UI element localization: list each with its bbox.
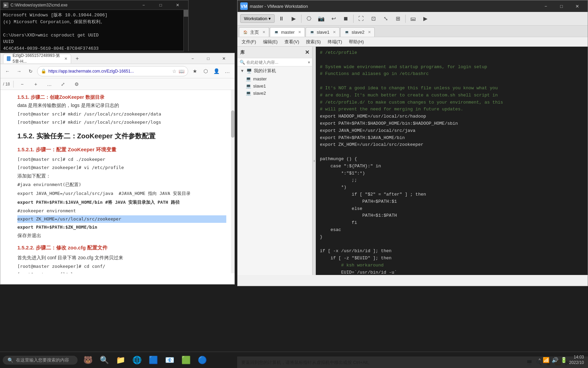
browser-url-bar[interactable]: 🔒 https://app.teachermate.com.cn/EzIgD-1… xyxy=(37,66,188,76)
vmware-menu-terminal[interactable]: 终端(T) xyxy=(324,37,346,47)
browser-code-6: export JAVA_HOME=/usr/local/src/java xyxy=(17,190,113,197)
browser-scrollbar[interactable] xyxy=(231,90,234,273)
vmware-tab-master-close[interactable]: ✕ xyxy=(298,30,301,34)
vmware-search-input[interactable] xyxy=(246,60,307,65)
vmware-search-dropdown-icon[interactable]: ▾ xyxy=(308,60,310,65)
vmware-tab-home[interactable]: 🏠 主页 ✕ xyxy=(239,27,269,37)
vmware-menu-view[interactable]: 查看(V) xyxy=(281,37,303,47)
vmware-body: 库 ✕ 🔍 ▾ ▼ 🖥️ 我的计算机 💻 master 💻 slave1 xyxy=(238,47,588,275)
vmware-unity-button[interactable]: ⊡ xyxy=(368,14,379,24)
cmd-line-5: UUID xyxy=(3,39,185,45)
browser-code-2: [root@master src]# mkdir /usr/local/src/… xyxy=(17,119,226,126)
browser-code-13: [root@master conf]# ls xyxy=(17,271,226,273)
browser-more-button[interactable]: … xyxy=(222,66,232,76)
taskbar-search-placeholder: 在这里输入您要搜索的内容 xyxy=(16,357,69,363)
browser-para-1: data 是用来传输数据的，logs 是用来记录日志的 xyxy=(17,102,226,110)
browser-section-heading-1: 1.5.1. 步骤二：创建ZooKeeper 数据目录 xyxy=(17,93,226,102)
taskbar-clock[interactable]: 14:03 2022/10 xyxy=(569,355,584,365)
vmware-tab-slave1[interactable]: 💻 slave1 ✕ xyxy=(306,27,340,37)
vmware-fit-guest-button[interactable]: ⤡ xyxy=(380,14,391,24)
vmware-menu-help[interactable]: 帮助(H) xyxy=(345,37,367,47)
browser-code-8: export PATH=$PATH:$JAVA_HOME/bin #将 JAVA… xyxy=(17,199,226,206)
vmware-panel-collapse-button[interactable]: ‹ xyxy=(312,47,316,275)
vmware-tab-slave2[interactable]: 💻 slave2 ✕ xyxy=(340,27,375,37)
browser-close-button[interactable]: ✕ xyxy=(216,53,232,64)
browser-minimize-button[interactable]: − xyxy=(185,53,200,64)
vmware-toolbar-sep-1 xyxy=(301,15,301,23)
vmware-tree-slave2[interactable]: 💻 slave2 xyxy=(238,90,312,97)
browser-forward-button[interactable]: → xyxy=(14,66,24,76)
vmware-prefs-button[interactable]: ▶ xyxy=(420,14,431,24)
taskbar-app-bear[interactable]: 🐻 xyxy=(80,353,95,368)
cmd-minimize-button[interactable]: − xyxy=(136,0,151,10)
cmd-maximize-button[interactable]: □ xyxy=(153,0,168,10)
taskbar-volume-icon: 🔊 xyxy=(552,357,558,363)
vmware-slave2-icon: 💻 xyxy=(344,30,349,35)
browser-tab-active[interactable]: EzIgD-1665157248993-第5章-H... ✕ xyxy=(3,54,71,63)
editor-line-3: # Functions and aliases go in /etc/bashr… xyxy=(320,71,584,78)
vmware-fullscreen-button[interactable]: ⛶ xyxy=(356,14,366,24)
browser-zoom-menu-button[interactable]: … xyxy=(44,79,54,89)
browser-tab-close-button[interactable]: ✕ xyxy=(64,57,67,61)
vmware-tab-home-close[interactable]: ✕ xyxy=(262,30,265,34)
editor-line-21: PATH=$1:$PATH xyxy=(320,212,584,219)
vmware-pause-button[interactable]: ⏸ xyxy=(276,14,287,24)
vmware-maximize-button[interactable]: □ xyxy=(554,0,569,12)
cmd-window-controls: − □ ✕ xyxy=(136,0,185,10)
vmware-menu-file[interactable]: 文件(F) xyxy=(238,37,260,47)
browser-zoom-in-button[interactable]: + xyxy=(31,79,41,89)
vmware-revert-button[interactable]: ↩ xyxy=(328,14,339,24)
taskbar-search-box[interactable]: 🔍 在这里输入您要搜索的内容 xyxy=(3,356,78,365)
vmware-dropdown-arrow: ▾ xyxy=(268,16,271,21)
vmware-workstation-dropdown[interactable]: Workstation ▾ xyxy=(240,14,275,23)
vmware-snapshot-button[interactable]: 📷 xyxy=(316,14,327,24)
vmware-menu-search[interactable]: 搜索(S) xyxy=(303,37,324,47)
taskbar-app-mail[interactable]: 📧 xyxy=(162,353,177,368)
browser-collections-button[interactable]: ⬡ xyxy=(200,66,211,76)
vmware-menu-edit[interactable]: 编辑(E) xyxy=(260,37,281,47)
browser-window-controls: − □ ✕ xyxy=(185,53,232,64)
vmware-tab-slave1-close[interactable]: ✕ xyxy=(333,30,336,34)
taskbar-app-vmware[interactable]: 🟩 xyxy=(178,353,193,368)
browser-tab-label: EzIgD-1665157248993-第5章-H... xyxy=(13,53,61,64)
vmware-fit-window-button[interactable]: ⊞ xyxy=(392,14,403,24)
taskbar-app-store[interactable]: 🟦 xyxy=(146,353,161,368)
browser-fit-button[interactable]: ⤢ xyxy=(58,79,68,89)
vmware-editor[interactable]: # /etc/profile # System wide environment… xyxy=(316,47,588,275)
vmware-library-close-button[interactable]: ✕ xyxy=(305,49,309,56)
browser-refresh-button[interactable]: ↻ xyxy=(26,66,36,76)
vmware-tab-master[interactable]: 💻 master ✕ xyxy=(270,27,305,37)
browser-back-button[interactable]: ← xyxy=(2,66,13,76)
browser-code-11: export PATH=$PATH:$ZK_HOME/bin xyxy=(17,224,226,231)
vmware-tree-root[interactable]: ▼ 🖥️ 我的计算机 xyxy=(238,66,312,75)
vmware-tree-master[interactable]: 💻 master xyxy=(238,75,312,82)
taskbar-app-files[interactable]: 📁 xyxy=(113,353,128,368)
vmware-search-bar: 🔍 ▾ xyxy=(238,58,312,66)
browser-zoom-out-button[interactable]: − xyxy=(17,79,27,89)
vmware-tab-slave2-close[interactable]: ✕ xyxy=(368,30,371,34)
taskbar-app-edge[interactable]: 🌐 xyxy=(129,353,144,368)
vmware-sendctrlaltdel-button[interactable]: ⎔ xyxy=(304,14,314,24)
vmware-tree-slave1[interactable]: 💻 slave1 xyxy=(238,82,312,90)
browser-profile-button[interactable]: 👤 xyxy=(211,66,222,76)
browser-settings-button[interactable]: ⚙ xyxy=(71,79,82,89)
vmware-play-button[interactable]: ▶ xyxy=(288,14,299,24)
editor-line-27: # ksh workaround xyxy=(320,262,584,269)
browser-new-tab-button[interactable]: + xyxy=(72,54,82,63)
vmware-minimize-button[interactable]: − xyxy=(538,0,554,12)
browser-favorites-button[interactable]: ★ xyxy=(190,66,200,76)
cmd-scrollbar[interactable] xyxy=(183,10,188,51)
vmware-usb-button[interactable]: 🖴 xyxy=(408,14,419,24)
editor-line-25: if [ -x /usr/bin/id ]; then xyxy=(320,248,584,255)
browser-toolbar: ← → ↻ 🔒 https://app.teachermate.com.cn/E… xyxy=(0,64,234,78)
vmware-close-button[interactable]: ✕ xyxy=(569,0,585,12)
vmware-suspend-button[interactable]: ⏹ xyxy=(340,14,351,24)
browser-scrollbar-thumb xyxy=(231,110,234,138)
taskbar-app-search[interactable]: 🔍 xyxy=(97,353,112,368)
taskbar-app-other[interactable]: 🔵 xyxy=(195,353,210,368)
cmd-close-button[interactable]: ✕ xyxy=(170,0,185,10)
vmware-tab-slave1-label: slave1 xyxy=(317,30,330,35)
browser-maximize-button[interactable]: □ xyxy=(200,53,216,64)
browser-code-7: #JAVA_HOME 指向 JAVA 安装目录 xyxy=(119,190,191,197)
taskbar-chevron-icon[interactable]: ^ xyxy=(539,358,541,363)
